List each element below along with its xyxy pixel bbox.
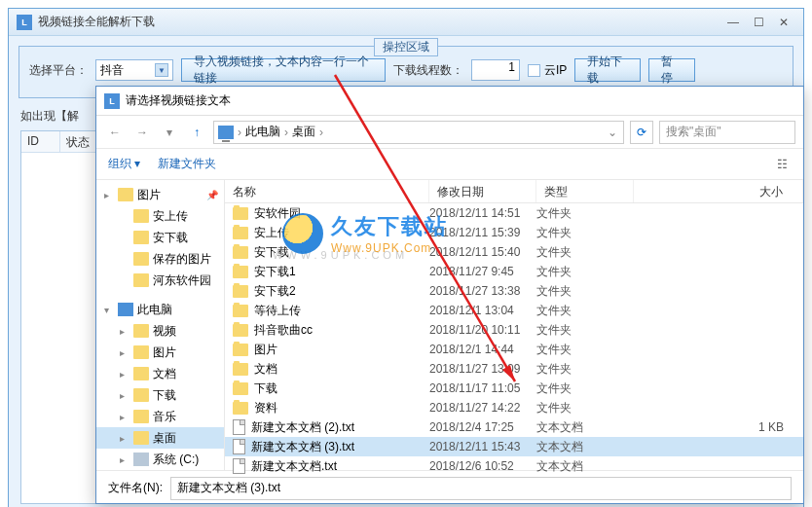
file-list-header: 名称 修改日期 类型 大小 [225, 180, 803, 203]
file-size: 1 KB [634, 420, 803, 434]
address-bar[interactable]: › 此电脑 › 桌面 › ⌄ [213, 121, 624, 144]
threads-label: 下载线程数： [393, 62, 463, 79]
file-row[interactable]: 图片2018/12/1 14:44文件夹 [225, 340, 803, 359]
file-type: 文件夹 [536, 303, 634, 319]
file-open-dialog: L 请选择视频链接文本 ← → ▾ ↑ › 此电脑 › 桌面 › ⌄ ⟳ 搜索"… [95, 86, 804, 504]
file-icon [233, 439, 245, 454]
checkbox-icon [528, 64, 540, 77]
file-row[interactable]: 资料2018/11/27 14:22文件夹 [225, 398, 803, 417]
sidebar-item[interactable]: ▸图片📌 [96, 184, 224, 205]
cloud-ip-label: 云IP [544, 62, 567, 79]
file-row[interactable]: 等待上传2018/12/1 13:04文件夹 [225, 301, 803, 320]
platform-combo[interactable]: 抖音 ▼ [95, 59, 173, 81]
path-sep-icon: › [284, 126, 288, 139]
file-name: 抖音歌曲cc [254, 322, 313, 339]
new-folder-button[interactable]: 新建文件夹 [158, 156, 216, 172]
folder-icon [133, 273, 149, 287]
path-desktop[interactable]: 桌面 [292, 124, 315, 140]
file-date: 2018/11/17 11:05 [429, 381, 536, 395]
sidebar-item[interactable]: ▸系统 (C:) [96, 449, 224, 470]
sidebar-item[interactable]: ▸视频 [96, 320, 224, 342]
recent-dropdown[interactable]: ▾ [159, 122, 180, 143]
close-button[interactable]: ✕ [772, 14, 795, 31]
folder-icon [133, 324, 149, 338]
file-row[interactable]: 新建文本文档 (3).txt2018/12/11 15:43文本文档 [225, 437, 803, 456]
file-row[interactable]: 安下载22018/11/27 13:38文件夹 [225, 281, 803, 301]
filename-input[interactable] [170, 477, 792, 500]
expand-icon: ▸ [120, 390, 129, 401]
watermark-logo-icon [282, 213, 323, 254]
file-name: 下载 [254, 380, 277, 397]
col-type[interactable]: 类型 [536, 180, 634, 202]
sidebar-item[interactable]: 河东软件园 [96, 270, 224, 291]
import-links-button[interactable]: 导入视频链接，文本内容一行一个链接 [181, 58, 386, 82]
dialog-title: 请选择视频链接文本 [126, 92, 231, 109]
start-download-button[interactable]: 开始下载 [574, 58, 641, 82]
file-type: 文本文档 [536, 419, 634, 436]
path-sep-icon: › [319, 126, 323, 139]
folder-icon [233, 305, 248, 317]
path-pc[interactable]: 此电脑 [245, 124, 280, 140]
expand-icon: ▸ [120, 433, 129, 444]
file-row[interactable]: 新建文本文档.txt2018/12/6 10:52文本文档 [225, 456, 803, 476]
search-input[interactable]: 搜索"桌面" [659, 121, 795, 144]
file-type: 文件夹 [536, 264, 634, 280]
threads-input[interactable]: 1 [471, 59, 520, 81]
sidebar-item[interactable]: ▸文档 [96, 363, 224, 384]
expand-icon: ▸ [120, 454, 129, 465]
sidebar-item[interactable]: ▸音乐 [96, 406, 224, 427]
chevron-down-icon[interactable]: ⌄ [608, 126, 617, 139]
minimize-button[interactable]: — [721, 14, 745, 31]
file-name: 新建文本文档 (3).txt [251, 439, 354, 455]
expand-icon: ▸ [104, 190, 114, 200]
file-name: 等待上传 [254, 303, 301, 319]
app-icon: L [17, 15, 32, 30]
sidebar-item-label: 图片 [137, 187, 161, 203]
sidebar-item[interactable]: ▸桌面 [96, 427, 224, 449]
pc-icon [218, 126, 234, 139]
file-type: 文件夹 [536, 380, 634, 397]
folder-icon [233, 363, 248, 376]
file-row[interactable]: 抖音歌曲cc2018/11/20 10:11文件夹 [225, 320, 803, 340]
refresh-button[interactable]: ⟳ [630, 121, 653, 144]
up-button[interactable]: ↑ [186, 122, 207, 143]
file-name: 安下载1 [254, 264, 296, 280]
file-row[interactable]: 新建文本文档 (2).txt2018/12/4 17:25文本文档1 KB [225, 417, 803, 437]
file-row[interactable]: 安下载12018/11/27 9:45文件夹 [225, 262, 803, 281]
sidebar-item-label: 河东软件园 [153, 272, 211, 289]
sidebar-item[interactable]: 安下载 [96, 227, 224, 248]
col-id[interactable]: ID [21, 131, 60, 152]
cloud-ip-checkbox[interactable]: 云IP [528, 62, 567, 79]
file-date: 2018/11/20 10:11 [429, 323, 536, 337]
sidebar-item[interactable]: ▾此电脑 [96, 299, 224, 320]
folder-icon [233, 207, 248, 220]
chevron-down-icon: ▼ [155, 63, 168, 77]
file-type: 文件夹 [536, 361, 634, 378]
sidebar-item[interactable]: 安上传 [96, 205, 224, 227]
file-row[interactable]: 文档2018/11/27 13:09文件夹 [225, 359, 803, 379]
sidebar-item[interactable]: ▸图片 [96, 342, 224, 363]
back-button[interactable]: ← [104, 122, 126, 143]
file-icon [233, 419, 245, 435]
file-date: 2018/11/27 13:09 [429, 362, 536, 376]
col-name[interactable]: 名称 [225, 180, 429, 202]
expand-icon: ▸ [120, 326, 129, 337]
file-date: 2018/12/1 14:44 [429, 343, 536, 356]
file-type: 文本文档 [536, 458, 634, 475]
view-options-button[interactable]: ☷ [772, 155, 792, 174]
file-row[interactable]: 下载2018/11/17 11:05文件夹 [225, 379, 803, 398]
col-date[interactable]: 修改日期 [429, 180, 536, 202]
maximize-button[interactable]: ☐ [747, 14, 770, 31]
col-size[interactable]: 大小 [634, 180, 803, 202]
pause-button[interactable]: 暂停 [648, 58, 695, 82]
file-type: 文件夹 [536, 322, 634, 339]
sidebar-item[interactable]: ▸下载 [96, 384, 224, 406]
organize-menu[interactable]: 组织 ▾ [108, 156, 140, 172]
expand-icon: ▸ [120, 412, 129, 422]
sidebar-item[interactable]: 保存的图片 [96, 248, 224, 270]
forward-button[interactable]: → [131, 122, 153, 143]
file-date: 2018/12/6 10:52 [429, 459, 536, 473]
pc-icon [118, 303, 133, 316]
sidebar-item-label: 文档 [153, 366, 176, 382]
folder-icon [133, 367, 149, 380]
